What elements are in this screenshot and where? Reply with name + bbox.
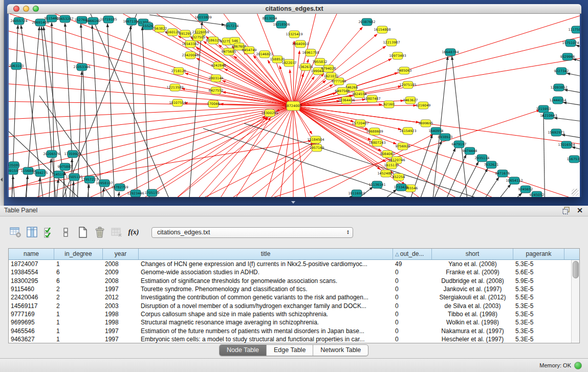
cell-name: 9777169 <box>9 311 54 318</box>
vertical-scrollbar[interactable] <box>571 260 579 343</box>
graph-node-label: 10688609 <box>366 129 383 134</box>
citation-edge-black <box>576 45 580 50</box>
cell-title: Structural magnetic resonance image aver… <box>139 319 393 326</box>
citation-edge-black <box>554 118 580 122</box>
close-panel-icon[interactable]: ✕ <box>577 207 583 214</box>
graph-node-label: 1640954 <box>429 129 444 133</box>
unselect-rows-button[interactable] <box>60 226 72 238</box>
table-panel-header: Table Panel ✕ <box>0 206 588 216</box>
application-desktop: citations_edges.txt 18724007756382281601… <box>0 0 588 206</box>
table-row[interactable]: 1830029562008Estimation of significance … <box>9 277 572 285</box>
table-settings-button[interactable] <box>9 226 21 238</box>
graph-node-label: 6794028 <box>321 67 336 71</box>
column-header-short[interactable]: short <box>432 249 513 259</box>
graph-node-label: 18300295 <box>261 111 278 115</box>
graph-node-label: 1362635 <box>298 65 313 69</box>
citation-edge-black <box>107 24 115 197</box>
delete-rows-button[interactable] <box>94 226 106 238</box>
cell-name: 19384554 <box>9 269 54 276</box>
tab-node-table[interactable]: Node Table <box>220 345 267 356</box>
panel-divider[interactable] <box>290 201 296 204</box>
cell-pagerank: 5.6E-5 <box>513 269 564 276</box>
cell-year: 1997 <box>103 286 139 293</box>
table-row[interactable]: 969969511998Structural magnetic resonanc… <box>9 318 572 326</box>
tab-edge-table[interactable]: Edge Table <box>267 345 313 356</box>
citation-edge-black <box>572 147 580 151</box>
scrollbar-thumb[interactable] <box>573 261 579 278</box>
graph-node-label: 9975887 <box>58 165 73 169</box>
minimize-button[interactable] <box>23 6 29 12</box>
function-builder-button[interactable]: f(x) <box>127 226 140 238</box>
graph-node-label: 10807487 <box>363 97 380 101</box>
cell-pagerank: 5.3E-5 <box>513 286 564 293</box>
column-header-out_de[interactable]: △out_de... <box>393 249 432 259</box>
graph-node-label: 16543382 <box>182 42 199 46</box>
table-body: 1872400712008Changes of HCN gene express… <box>9 260 572 343</box>
table-row[interactable]: 946554611997Estimation of the future num… <box>9 326 572 335</box>
close-button[interactable] <box>13 6 19 12</box>
graph-node-label: 452254 <box>393 175 405 179</box>
citation-edge-black <box>130 26 138 197</box>
graph-node-label: 6216049 <box>416 103 431 107</box>
column-header-year[interactable]: year <box>103 249 139 259</box>
cell-in_degree: 6 <box>54 277 103 285</box>
graph-node-label: 9227342 <box>554 69 569 73</box>
network-canvas[interactable]: 1872400775638228160128891295232260589327… <box>9 14 580 197</box>
cell-title: Corpus callosum shape and size in male p… <box>139 311 393 318</box>
column-header-name[interactable]: name <box>9 249 54 259</box>
table-row[interactable]: 977716911998Corpus callosum shape and si… <box>9 310 572 318</box>
column-header-title[interactable]: title <box>139 249 393 259</box>
select-all-check-icon <box>43 226 55 238</box>
cell-name: 18300295 <box>9 277 54 285</box>
table-row[interactable]: 946362711997Embryonic stem cells: a mode… <box>9 335 572 343</box>
column-header-in_degree[interactable]: in_degree <box>54 249 103 259</box>
zoom-button[interactable] <box>33 6 39 12</box>
function-icon: f(x) <box>128 228 139 236</box>
new-table-button[interactable] <box>77 226 89 238</box>
table-row[interactable]: 1456911722003Disruption of a novel membe… <box>9 301 572 310</box>
graph-node-label: 9475685 <box>222 50 236 54</box>
column-edit-button[interactable] <box>26 226 38 238</box>
cell-short: Hescheler et al. (1997) <box>432 336 513 343</box>
cell-year: 1998 <box>103 311 139 318</box>
graph-node-label: 19116910 <box>348 191 365 195</box>
trash-icon <box>94 226 106 238</box>
memory-ok-indicator-icon[interactable] <box>574 362 582 369</box>
graph-node-label: 12923446 <box>127 191 144 195</box>
table-row[interactable]: 1938455462009Genome-wide association stu… <box>9 268 572 276</box>
cell-name: 9463627 <box>9 336 54 343</box>
tab-network-table[interactable]: Network Table <box>313 345 368 356</box>
citation-edge-black <box>116 192 119 197</box>
graph-node-label: 9327505 <box>191 35 206 39</box>
table-selector-dropdown[interactable]: citations_edges.txt ▲▼ <box>151 227 353 238</box>
cell-title: Embryonic stem cells: a model to study s… <box>139 336 393 343</box>
citation-edge-red <box>9 106 293 121</box>
table-row[interactable]: 1872400712008Changes of HCN gene express… <box>9 260 572 268</box>
citation-network-graph[interactable]: 1872400775638228160128891295232260589327… <box>9 14 580 197</box>
table-toolbar: f(x) citations_edges.txt ▲▼ <box>9 225 353 239</box>
rows-icon <box>60 226 72 238</box>
graph-node-label: 2803144 <box>209 76 224 80</box>
citation-edge-black <box>438 155 466 197</box>
graph-node-label: 9474444 <box>463 149 477 153</box>
cell-out_de: 0 <box>393 311 432 318</box>
column-header-pagerank[interactable]: pagerank <box>513 249 564 259</box>
citation-edge-black <box>561 135 580 139</box>
table-row[interactable]: 911546021997Tourette syndrome. Phenomeno… <box>9 285 572 293</box>
cell-in_degree: 1 <box>54 311 103 318</box>
table-header-row: namein_degreeyeartitle△out_de...shortpag… <box>9 249 579 260</box>
cell-year: 2012 <box>103 294 139 301</box>
select-all-button[interactable] <box>43 226 55 238</box>
graph-node-label: 10654112 <box>506 179 522 183</box>
cell-short: de Silva et al. (2003) <box>432 302 513 310</box>
hidden-panel-edge[interactable] <box>0 0 4 206</box>
graph-node-label: 15526 <box>143 24 154 28</box>
window-resize-grip[interactable] <box>572 189 579 196</box>
float-window-icon[interactable] <box>562 207 571 214</box>
citation-edge-black <box>149 15 225 25</box>
citation-edge-black <box>92 25 102 197</box>
cell-out_de: 0 <box>393 336 432 343</box>
cell-short: Nakamura et al. (1997) <box>432 327 513 335</box>
network-window-titlebar[interactable]: citations_edges.txt <box>7 4 581 14</box>
table-row[interactable]: 2242004622012Investigating the contribut… <box>9 293 572 301</box>
